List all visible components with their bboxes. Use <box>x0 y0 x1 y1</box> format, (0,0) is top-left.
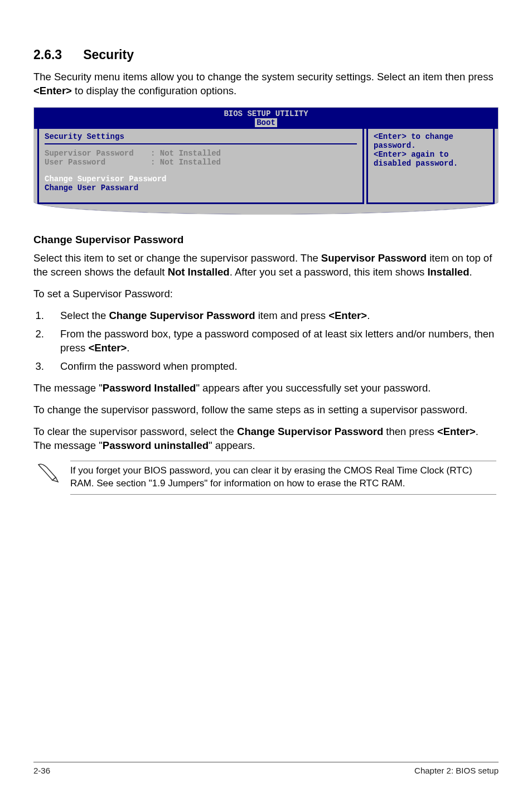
intro-part2: to display the configuration options. <box>72 85 236 96</box>
bios-user-row: User Password: Not Installed <box>45 158 357 167</box>
intro-enter: <Enter> <box>33 85 72 96</box>
step-3: Confirm the password when prompted. <box>47 360 499 374</box>
bios-user-label: User Password <box>45 158 151 167</box>
bios-change-supervisor: Change Supervisor Password <box>45 175 357 183</box>
intro-paragraph: The Security menu items allow you to cha… <box>33 70 499 98</box>
section-number: 2.6.3 <box>33 47 62 62</box>
paragraph-3: The message "Password Installed" appears… <box>33 381 499 395</box>
bios-tab-row: Boot <box>34 118 498 129</box>
section-heading: 2.6.3Security <box>33 47 499 62</box>
bios-user-value: : Not Installed <box>151 158 221 167</box>
bios-title: BIOS SETUP UTILITY <box>34 108 498 118</box>
bios-section-title: Security Settings <box>45 132 357 141</box>
bios-supervisor-row: Supervisor Password: Not Installed <box>45 149 357 158</box>
footer-page-number: 2-36 <box>33 766 50 775</box>
steps-list: Select the Change Supervisor Password it… <box>47 309 499 374</box>
step-2: From the password box, type a password c… <box>47 327 499 355</box>
bios-left-panel: Security Settings Supervisor Password: N… <box>37 129 364 204</box>
bios-help-line1: <Enter> to change password. <box>374 132 487 150</box>
intro-part1: The Security menu items allow you to cha… <box>33 71 494 83</box>
bios-change-user: Change User Passward <box>45 183 357 192</box>
bios-body: Security Settings Supervisor Password: N… <box>34 129 498 214</box>
step-1: Select the Change Supervisor Password it… <box>47 309 499 323</box>
bios-screenshot: BIOS SETUP UTILITY Boot Security Setting… <box>33 107 499 215</box>
bios-tab-boot: Boot <box>255 118 277 127</box>
bios-help-panel: <Enter> to change password. <Enter> agai… <box>366 129 495 204</box>
paragraph-4: To change the supervisor password, follo… <box>33 403 499 417</box>
pencil-icon <box>36 461 60 495</box>
footer-chapter: Chapter 2: BIOS setup <box>414 766 499 775</box>
paragraph-5: To clear the supervisor password, select… <box>33 425 499 453</box>
bios-divider <box>45 143 357 144</box>
paragraph-2: To set a Supervisor Password: <box>33 287 499 301</box>
section-title: Security <box>83 47 134 62</box>
page-footer: 2-36 Chapter 2: BIOS setup <box>33 762 499 775</box>
paragraph-1: Select this item to set or change the su… <box>33 252 499 279</box>
bios-sup-value: : Not Installed <box>151 149 221 158</box>
note-text: If you forget your BIOS password, you ca… <box>70 461 496 495</box>
note-block: If you forget your BIOS password, you ca… <box>33 461 499 495</box>
bios-sup-label: Supervisor Password <box>45 149 151 158</box>
subsection-heading: Change Supervisor Password <box>33 234 499 246</box>
bios-help-line2: <Enter> again to disabled password. <box>374 150 487 168</box>
